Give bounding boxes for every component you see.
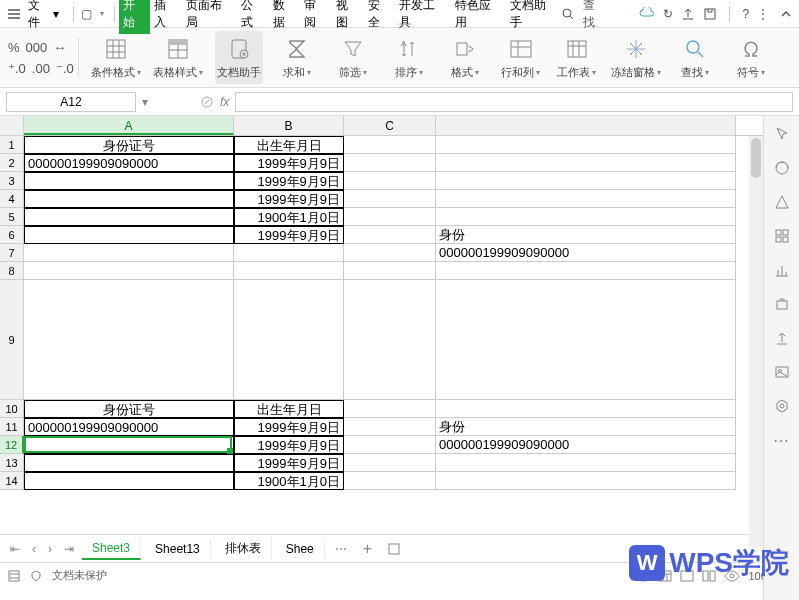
tab-start[interactable]: 开始 — [119, 0, 151, 34]
cell[interactable]: 出生年月日 — [234, 400, 344, 418]
cell[interactable]: 身份证号 — [24, 400, 234, 418]
sheet-list-icon[interactable] — [382, 543, 406, 555]
sheet-tab-2[interactable]: 排休表 — [215, 537, 272, 560]
vertical-scrollbar[interactable] — [749, 136, 763, 546]
collapse-ribbon-icon[interactable] — [779, 7, 793, 21]
cell[interactable] — [436, 172, 736, 190]
cell[interactable] — [344, 400, 436, 418]
symbols-button[interactable]: 符号 — [729, 35, 773, 80]
cell[interactable] — [344, 226, 436, 244]
col-header-a[interactable]: A — [24, 116, 234, 135]
cell[interactable] — [436, 190, 736, 208]
freeze-panes-button[interactable]: 冻结窗格 — [611, 35, 661, 80]
tab-nav-prev[interactable]: ‹ — [28, 540, 40, 558]
tab-security[interactable]: 安全 — [364, 0, 396, 34]
select-object-icon[interactable] — [772, 158, 792, 178]
search-label[interactable]: 查找 — [583, 0, 605, 31]
tab-special[interactable]: 特色应用 — [451, 0, 506, 34]
cell[interactable]: 000000199909090000 — [436, 436, 736, 454]
spreadsheet-grid[interactable]: A B C 1身份证号出生年月日20000001999090900001999年… — [0, 116, 799, 534]
more-icon[interactable]: ⋮ — [757, 7, 771, 21]
tab-review[interactable]: 审阅 — [300, 0, 332, 34]
cell[interactable]: 1999年9月9日 — [234, 454, 344, 472]
cell[interactable] — [234, 244, 344, 262]
percent-format[interactable]: % — [8, 40, 20, 55]
analysis-icon[interactable] — [772, 260, 792, 280]
cell[interactable] — [234, 280, 344, 400]
row-header[interactable]: 5 — [0, 208, 24, 226]
sheet-tab-0[interactable]: Sheet3 — [82, 538, 141, 560]
row-header[interactable]: 6 — [0, 226, 24, 244]
cell[interactable] — [436, 454, 736, 472]
cell[interactable] — [344, 190, 436, 208]
cell[interactable] — [24, 472, 234, 490]
row-header[interactable]: 13 — [0, 454, 24, 472]
cursor-icon[interactable] — [772, 124, 792, 144]
cell[interactable] — [344, 454, 436, 472]
cell[interactable] — [436, 400, 736, 418]
cell[interactable] — [436, 208, 736, 226]
worksheet-button[interactable]: 工作表 — [555, 35, 599, 80]
cancel-icon[interactable] — [200, 95, 214, 109]
cell[interactable]: 000000199909090000 — [436, 244, 736, 262]
cell[interactable]: 1999年9月9日 — [234, 226, 344, 244]
cell[interactable] — [436, 280, 736, 400]
scrollbar-thumb[interactable] — [751, 138, 761, 178]
refresh-icon[interactable]: ↻ — [663, 7, 673, 21]
increase-decimal[interactable]: ↔ — [53, 40, 66, 55]
cell[interactable]: 1999年9月9日 — [234, 172, 344, 190]
row-header[interactable]: 8 — [0, 262, 24, 280]
cell[interactable]: 1999年9月9日 — [234, 190, 344, 208]
tab-page-layout[interactable]: 页面布局 — [182, 0, 237, 34]
cell[interactable] — [344, 172, 436, 190]
find-button[interactable]: 查找 — [673, 35, 717, 80]
cell[interactable] — [344, 154, 436, 172]
cell[interactable] — [24, 190, 234, 208]
row-header[interactable]: 11 — [0, 418, 24, 436]
cell[interactable] — [24, 280, 234, 400]
sheet-tab-1[interactable]: Sheet13 — [145, 539, 211, 559]
tab-data[interactable]: 数据 — [269, 0, 301, 34]
backup-icon[interactable] — [772, 294, 792, 314]
cell[interactable] — [436, 472, 736, 490]
decimal-format-3[interactable]: ⁻.0 — [56, 61, 74, 76]
comma-format[interactable]: 000 — [26, 40, 48, 55]
export-icon[interactable] — [772, 328, 792, 348]
cell[interactable] — [24, 436, 234, 454]
row-header[interactable]: 1 — [0, 136, 24, 154]
tab-nav-next[interactable]: › — [44, 540, 56, 558]
cell[interactable]: 1999年9月9日 — [234, 418, 344, 436]
cell[interactable] — [344, 136, 436, 154]
col-header-b[interactable]: B — [234, 116, 344, 135]
table-style-button[interactable]: 表格样式 — [153, 35, 203, 80]
list-icon[interactable] — [8, 570, 20, 582]
cell[interactable]: 1999年9月9日 — [234, 154, 344, 172]
cell[interactable]: 1900年1月0日 — [234, 472, 344, 490]
cell[interactable]: 身份 — [436, 226, 736, 244]
row-header[interactable]: 14 — [0, 472, 24, 490]
tab-insert[interactable]: 插入 — [150, 0, 182, 34]
fx-icon[interactable]: fx — [220, 95, 229, 109]
sum-button[interactable]: 求和 — [275, 35, 319, 80]
decimal-format-2[interactable]: .00 — [32, 61, 50, 76]
filter-button[interactable]: 筛选 — [331, 35, 375, 80]
cell[interactable] — [436, 262, 736, 280]
file-menu[interactable]: 文件 ▾ — [22, 0, 66, 33]
image-icon[interactable] — [772, 362, 792, 382]
tab-nav-last[interactable]: ⇥ — [60, 540, 78, 558]
add-sheet-button[interactable]: + — [357, 540, 378, 558]
tab-view[interactable]: 视图 — [332, 0, 364, 34]
cell[interactable]: 000000199909090000 — [24, 418, 234, 436]
rows-cols-button[interactable]: 行和列 — [499, 35, 543, 80]
row-header[interactable]: 9 — [0, 280, 24, 400]
cell[interactable]: 1999年9月9日 — [234, 436, 344, 454]
row-header[interactable]: 10 — [0, 400, 24, 418]
row-header[interactable]: 3 — [0, 172, 24, 190]
quick-access-dropdown[interactable] — [94, 6, 110, 22]
row-header[interactable]: 7 — [0, 244, 24, 262]
cell[interactable]: 出生年月日 — [234, 136, 344, 154]
formula-input[interactable] — [235, 92, 793, 112]
cell[interactable] — [24, 262, 234, 280]
cell[interactable] — [24, 454, 234, 472]
tab-nav-first[interactable]: ⇤ — [6, 540, 24, 558]
